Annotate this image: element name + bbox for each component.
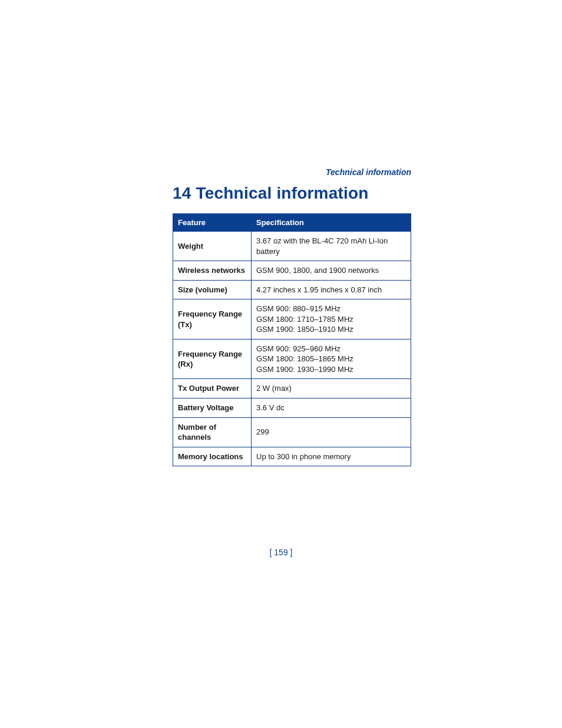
table-cell-spec: GSM 900: 880–915 MHzGSM 1800: 1710–1785 … [252, 299, 411, 340]
table-header-spec: Specification [252, 214, 411, 232]
table-row: Battery Voltage 3.6 V dc [173, 398, 411, 418]
table-cell-feature: Frequency Range (Rx) [173, 339, 252, 379]
table-cell-feature: Wireless networks [173, 261, 252, 281]
table-cell-spec: 2 W (max) [252, 379, 411, 398]
table-cell-spec: GSM 900: 925–960 MHzGSM 1800: 1805–1865 … [252, 339, 411, 379]
table-cell-feature: Memory locations [173, 447, 252, 466]
table-cell-feature: Number of channels [173, 417, 252, 447]
table-cell-feature: Size (volume) [173, 280, 252, 299]
table-row: Frequency Range (Tx) GSM 900: 880–915 MH… [173, 299, 411, 340]
table-row: Memory locations Up to 300 in phone memo… [173, 447, 411, 466]
table-cell-feature: Tx Output Power [173, 379, 252, 398]
table-row: Wireless networks GSM 900, 1800, and 190… [173, 261, 411, 281]
table-row: Frequency Range (Rx) GSM 900: 925–960 MH… [173, 339, 411, 379]
table-cell-feature: Weight [173, 232, 252, 261]
table-header-row: Feature Specification [173, 214, 411, 232]
page-number: [ 159 ] [0, 548, 562, 557]
chapter-title: 14 Technical information [173, 184, 369, 203]
table-row: Size (volume) 4.27 inches x 1.95 inches … [173, 280, 411, 299]
specification-table: Feature Specification Weight 3.67 oz wit… [173, 213, 411, 466]
table-cell-spec: 4.27 inches x 1.95 inches x 0.87 inch [252, 280, 411, 299]
table-cell-spec: 3.67 oz with the BL-4C 720 mAh Li-Ion ba… [252, 232, 411, 261]
table-row: Tx Output Power 2 W (max) [173, 379, 411, 398]
table-header-feature: Feature [173, 214, 252, 232]
table-cell-feature: Battery Voltage [173, 398, 252, 418]
table-cell-feature: Frequency Range (Tx) [173, 299, 252, 340]
table-cell-spec: Up to 300 in phone memory [252, 447, 411, 466]
table-cell-spec: 3.6 V dc [252, 398, 411, 418]
page: Technical information 14 Technical infor… [0, 0, 562, 728]
table-cell-spec: 299 [252, 417, 411, 447]
table-row: Weight 3.67 oz with the BL-4C 720 mAh Li… [173, 232, 411, 261]
table-row: Number of channels 299 [173, 417, 411, 447]
table-cell-spec: GSM 900, 1800, and 1900 networks [252, 261, 411, 281]
running-header: Technical information [326, 167, 411, 177]
